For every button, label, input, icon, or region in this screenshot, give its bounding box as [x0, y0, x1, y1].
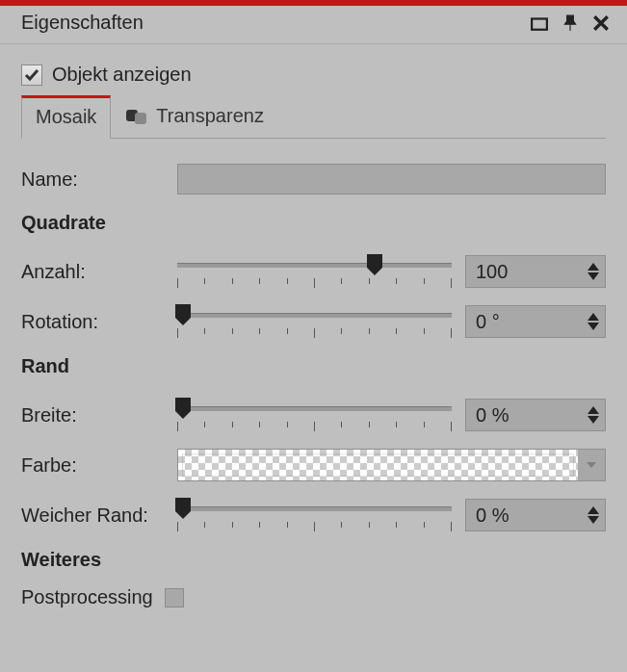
- svg-rect-0: [532, 18, 547, 29]
- section-more: Weiteres: [21, 549, 606, 571]
- rotation-value: 0 °: [476, 311, 500, 333]
- maximize-icon[interactable]: [531, 14, 548, 32]
- name-label: Name:: [21, 168, 177, 191]
- width-value: 0 %: [476, 404, 509, 426]
- postprocessing-checkbox[interactable]: [165, 588, 184, 607]
- color-picker[interactable]: [177, 449, 606, 481]
- soft-slider[interactable]: [177, 499, 452, 531]
- rotation-slider[interactable]: [177, 305, 452, 338]
- count-spinner[interactable]: [588, 263, 599, 280]
- rotation-label: Rotation:: [21, 311, 177, 333]
- rotation-spinner[interactable]: [588, 313, 599, 330]
- count-slider[interactable]: [177, 255, 452, 288]
- tab-transparency[interactable]: Transparenz: [111, 95, 278, 138]
- show-object-label: Objekt anzeigen: [52, 64, 192, 86]
- color-label: Farbe:: [21, 454, 177, 477]
- soft-spinner[interactable]: [588, 506, 599, 524]
- postprocessing-label: Postprocessing: [21, 586, 153, 608]
- transparency-icon: [125, 107, 150, 126]
- soft-value: 0 %: [476, 504, 509, 527]
- count-label: Anzahl:: [21, 261, 177, 283]
- width-label: Breite:: [21, 404, 177, 426]
- count-value: 100: [476, 261, 508, 283]
- soft-label: Weicher Rand:: [21, 504, 177, 527]
- soft-input[interactable]: 0 %: [465, 499, 606, 531]
- width-spinner[interactable]: [588, 406, 599, 424]
- width-input[interactable]: 0 %: [465, 399, 606, 431]
- panel-title: Eigenschaften: [21, 12, 144, 34]
- tab-mosaic-label: Mosaik: [36, 106, 96, 128]
- tab-mosaic[interactable]: Mosaik: [21, 95, 111, 138]
- section-squares: Quadrate: [21, 212, 606, 234]
- width-slider[interactable]: [177, 399, 452, 431]
- chevron-down-icon[interactable]: [578, 450, 605, 480]
- rotation-input[interactable]: 0 °: [465, 305, 606, 338]
- close-icon[interactable]: [592, 14, 610, 32]
- tab-transparency-label: Transparenz: [156, 105, 264, 127]
- show-object-checkbox[interactable]: [21, 65, 42, 86]
- pin-icon[interactable]: [562, 14, 579, 32]
- name-input[interactable]: [177, 164, 606, 194]
- section-border: Rand: [21, 355, 606, 377]
- svg-rect-2: [135, 113, 146, 124]
- count-input[interactable]: 100: [465, 255, 606, 288]
